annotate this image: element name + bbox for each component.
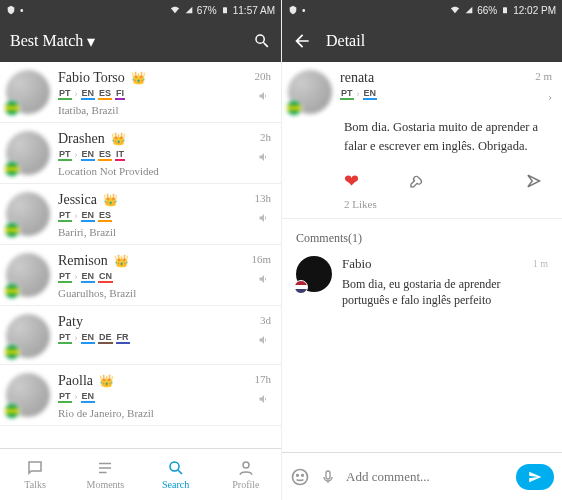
svg-point-4 <box>293 469 308 484</box>
wrench-icon[interactable] <box>409 172 425 190</box>
list-item[interactable]: Remison👑 PT ›EN CN Guarulhos, Brazil 16m <box>0 245 281 306</box>
time-text: 20h <box>255 70 272 82</box>
post-header: renata PT ›EN 2 m › <box>282 62 562 114</box>
speaker-icon <box>257 212 271 224</box>
language-tags: PT ›EN <box>340 88 527 100</box>
location-text: Bariri, Brazil <box>58 226 247 238</box>
avatar[interactable] <box>6 253 50 297</box>
comment-input-bar <box>282 452 562 500</box>
battery-pct: 66% <box>477 5 497 16</box>
language-tags: PT ›EN ES <box>58 210 247 222</box>
comment-input[interactable] <box>346 469 506 485</box>
status-bar: • 67% 11:57 AM <box>0 0 281 20</box>
language-tags: PT ›EN ES IT <box>58 149 249 161</box>
list-item[interactable]: Paty PT ›EN DE FR 3d <box>0 306 281 365</box>
avatar[interactable] <box>6 373 50 417</box>
dot-icon: • <box>20 5 24 16</box>
comment-author[interactable]: Fabio <box>342 256 372 272</box>
list-item[interactable]: Paolla👑 PT ›EN Rio de Janeiro, Brazil 17… <box>0 365 281 426</box>
battery-icon <box>501 4 509 16</box>
user-name: Paolla <box>58 373 93 389</box>
location-text: Guarulhos, Brazil <box>58 287 243 299</box>
dot-icon: • <box>302 5 306 16</box>
svg-point-6 <box>302 474 304 476</box>
detail-content[interactable]: renata PT ›EN 2 m › Bom dia. Gostaria mu… <box>282 62 562 452</box>
page-title: Detail <box>326 32 552 50</box>
svg-rect-0 <box>223 7 227 13</box>
time-text: 16m <box>251 253 271 265</box>
user-name: Remison <box>58 253 108 269</box>
user-name: Jessica <box>58 192 97 208</box>
flag-badge <box>4 222 20 238</box>
speaker-icon <box>257 90 271 102</box>
like-button[interactable]: ❤ <box>344 170 359 192</box>
language-tags: PT ›EN CN <box>58 271 243 283</box>
like-count[interactable]: 2 Likes <box>282 196 562 219</box>
chevron-down-icon: ▾ <box>87 32 95 51</box>
flag-badge <box>294 280 308 294</box>
app-bar: Detail <box>282 20 562 62</box>
speaker-icon <box>257 151 271 163</box>
user-name: Paty <box>58 314 83 330</box>
avatar[interactable] <box>6 131 50 175</box>
nav-talks[interactable]: Talks <box>0 449 70 500</box>
nav-profile[interactable]: Profile <box>211 449 281 500</box>
list-item[interactable]: Fabio Torso👑 PT ›EN ES FI Itatiba, Brazi… <box>0 62 281 123</box>
chevron-right-icon: › <box>548 90 552 102</box>
battery-icon <box>221 4 229 16</box>
title-dropdown[interactable]: Best Match ▾ <box>10 32 239 51</box>
location-text: Rio de Janeiro, Brazil <box>58 407 247 419</box>
crown-icon: 👑 <box>131 71 146 85</box>
shield-icon <box>6 5 16 15</box>
time-text: 17h <box>255 373 272 385</box>
signal-icon <box>465 5 473 15</box>
flag-badge <box>4 100 20 116</box>
send-icon <box>527 470 543 484</box>
comment-list: Fabio 1 m Bom dia, eu gostaria de aprend… <box>282 250 562 316</box>
send-button[interactable] <box>516 464 554 490</box>
search-icon[interactable] <box>253 32 271 50</box>
mic-icon[interactable] <box>320 467 336 487</box>
nav-search[interactable]: Search <box>141 449 211 500</box>
user-name: Drashen <box>58 131 105 147</box>
status-bar: • 66% 12:02 PM <box>282 0 562 20</box>
comment-item: Fabio 1 m Bom dia, eu gostaria de aprend… <box>282 250 562 316</box>
post-author[interactable]: renata <box>340 70 374 86</box>
profile-icon <box>237 459 255 477</box>
crown-icon: 👑 <box>99 374 114 388</box>
emoji-icon[interactable] <box>290 467 310 487</box>
avatar[interactable] <box>288 70 332 114</box>
match-list[interactable]: Fabio Torso👑 PT ›EN ES FI Itatiba, Brazi… <box>0 62 281 448</box>
avatar[interactable] <box>6 314 50 358</box>
user-name: Fabio Torso <box>58 70 125 86</box>
phone-list-view: • 67% 11:57 AM Best Match ▾ Fabio Torso👑… <box>0 0 281 500</box>
search-nav-icon <box>167 459 185 477</box>
avatar[interactable] <box>296 256 332 292</box>
post-body: Bom dia. Gostaria muito de aprender a fa… <box>282 114 562 164</box>
list-item[interactable]: Drashen👑 PT ›EN ES IT Location Not Provi… <box>0 123 281 184</box>
speaker-icon <box>257 334 271 346</box>
location-text: Location Not Provided <box>58 165 249 177</box>
speaker-icon <box>257 273 271 285</box>
battery-pct: 67% <box>197 5 217 16</box>
crown-icon: 👑 <box>103 193 118 207</box>
avatar[interactable] <box>6 70 50 114</box>
crown-icon: 👑 <box>111 132 126 146</box>
time-text: 2h <box>260 131 271 143</box>
back-icon[interactable] <box>292 31 312 51</box>
svg-point-1 <box>170 462 179 471</box>
svg-rect-3 <box>503 7 507 13</box>
location-text: Itatiba, Brazil <box>58 104 247 116</box>
share-icon[interactable] <box>525 172 542 190</box>
language-tags: PT ›EN DE FR <box>58 332 249 344</box>
nav-moments[interactable]: Moments <box>70 449 140 500</box>
language-tags: PT ›EN ES FI <box>58 88 247 100</box>
comment-time: 1 m <box>533 258 548 269</box>
list-item[interactable]: Jessica👑 PT ›EN ES Bariri, Brazil 13h <box>0 184 281 245</box>
avatar[interactable] <box>6 192 50 236</box>
app-bar: Best Match ▾ <box>0 20 281 62</box>
flag-badge <box>4 344 20 360</box>
comments-header: Comments(1) <box>282 219 562 250</box>
svg-point-5 <box>297 474 299 476</box>
moments-icon <box>96 459 114 477</box>
